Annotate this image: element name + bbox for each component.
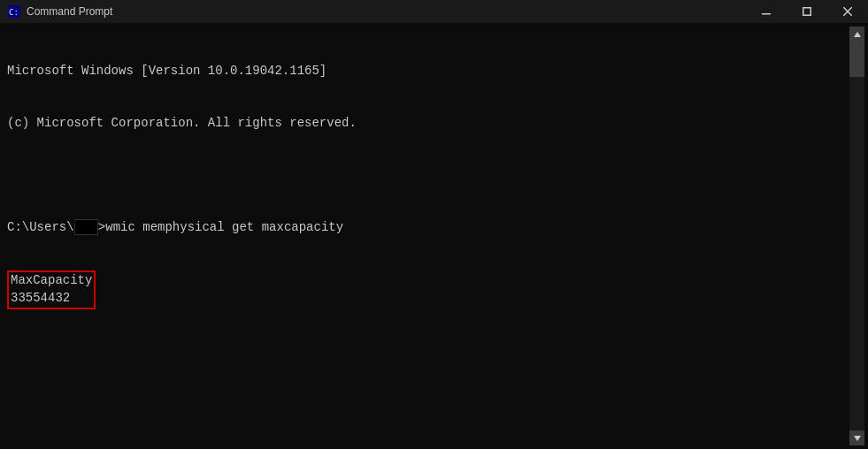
svg-rect-3: [803, 8, 811, 16]
maximize-button[interactable]: [787, 0, 827, 23]
highlighted-result: MaxCapacity 33554432: [7, 270, 96, 308]
scrollbar[interactable]: [849, 27, 864, 445]
title-bar-left: C: Command Prompt: [7, 4, 112, 19]
output-line-1: Microsoft Windows [Version 10.0.19042.11…: [7, 63, 846, 80]
blank-line-1: [7, 344, 846, 361]
window-controls: [746, 0, 868, 23]
scroll-up-button[interactable]: [849, 27, 864, 42]
output-header: MaxCapacity 33554432: [7, 270, 846, 308]
close-button[interactable]: [827, 0, 868, 23]
command-line: C:\Users\███>wmic memphysical get maxcap…: [7, 219, 846, 237]
scrollbar-track[interactable]: [849, 42, 864, 430]
output-line-2: (c) Microsoft Corporation. All rights re…: [7, 115, 846, 133]
svg-marker-7: [854, 436, 861, 441]
output-line-3: [7, 167, 846, 185]
window-title: Command Prompt: [27, 5, 112, 18]
scroll-down-button[interactable]: [849, 430, 864, 445]
title-bar: C: Command Prompt: [0, 0, 868, 23]
terminal-content: Microsoft Windows [Version 10.0.19042.11…: [4, 27, 849, 445]
svg-marker-6: [854, 32, 861, 37]
scrollbar-thumb[interactable]: [849, 42, 864, 77]
terminal-body[interactable]: Microsoft Windows [Version 10.0.19042.11…: [0, 23, 868, 449]
cmd-icon: C:: [7, 4, 21, 19]
svg-text:C:: C:: [9, 8, 19, 17]
blank-line-2: [7, 395, 846, 413]
cmd-window: C: Command Prompt: [0, 0, 868, 449]
minimize-button[interactable]: [746, 0, 787, 23]
svg-rect-2: [762, 13, 771, 15]
